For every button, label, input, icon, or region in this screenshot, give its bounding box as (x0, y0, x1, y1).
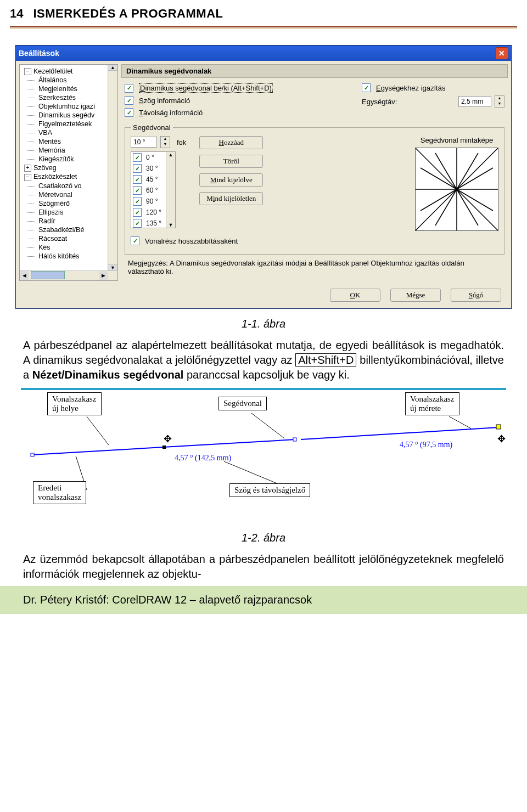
settings-dialog: Beállítások ✕ −KezelőfelületÁltalánosMeg… (15, 45, 512, 309)
svg-line-19 (251, 413, 284, 438)
titlebar[interactable]: Beállítások ✕ (16, 46, 511, 61)
tree-item[interactable]: Mentés (22, 137, 115, 146)
svg-rect-13 (496, 425, 501, 429)
tree-item[interactable]: Objektumhoz igazí (22, 102, 115, 111)
svg-text:4,57 °  (142,5 mm): 4,57 ° (142,5 mm) (175, 454, 232, 463)
svg-line-18 (87, 416, 109, 445)
btn-cancel[interactable]: Mégse (390, 289, 441, 302)
svg-text:✥: ✥ (497, 433, 506, 444)
chk-angleinfo[interactable] (125, 96, 133, 105)
svg-rect-9 (31, 453, 34, 456)
page-title: ISMERKEDÉS A PROGRAMMAL (33, 7, 223, 21)
fieldset-legend: Segédvonal (131, 123, 173, 132)
vscrollbar[interactable] (108, 65, 117, 270)
close-icon[interactable]: ✕ (495, 47, 508, 59)
btn-del[interactable]: Töröl (199, 155, 263, 168)
dialog-title: Beállítások (19, 49, 495, 58)
tree-item[interactable]: Rácsozat (22, 234, 115, 243)
chk-extend[interactable] (131, 236, 139, 245)
page-footer: Dr. Pétery Kristóf: CorelDRAW 12 – alapv… (0, 586, 527, 614)
angle-list[interactable]: 0 °30 °45 °60 °90 °120 °135 ° (131, 151, 176, 228)
tree-item[interactable]: −Kezelőfelület (22, 67, 115, 76)
rule-light (10, 28, 517, 29)
figure-2: ✥ ✥ 4,57 ° (142,5 mm) 4,57 ° (97,5 mm) V… (21, 388, 506, 523)
svg-line-20 (449, 416, 471, 428)
btn-selectnone[interactable]: Mind kijelöletlen (199, 192, 263, 205)
btn-ok[interactable]: OK (330, 289, 380, 302)
chk-distinfo[interactable] (125, 108, 133, 117)
fieldset-guides: Segédvonal 10 ° ▲▼ fok 0 °30 °45 °60 °90… (125, 123, 504, 255)
key-combo: Alt+Shift+D (295, 353, 356, 366)
tree-item[interactable]: Szerkesztés (22, 93, 115, 102)
input-degree[interactable]: 10 ° (131, 137, 157, 148)
rule-dark (10, 26, 517, 27)
callout-newsize: Vonalszakasz új mérete (405, 392, 459, 415)
chk-angle-item[interactable] (133, 208, 142, 217)
spin-gap[interactable]: ▲▼ (495, 95, 504, 108)
lbl-snapunits: Egységekhez igazítás (376, 84, 445, 92)
tree-item[interactable]: Figyelmeztetések (22, 120, 115, 128)
callout-original: Eredeti vonalszakasz (33, 481, 86, 504)
tree-item[interactable]: Általános (22, 76, 115, 84)
tree-item[interactable]: Szabadkézi/Bé (22, 225, 115, 234)
tree-item[interactable]: Csatlakozó vo (22, 182, 115, 190)
svg-text:4,57 °  (97,5 mm): 4,57 ° (97,5 mm) (400, 441, 453, 449)
chk-angle-item[interactable] (133, 219, 142, 228)
callout-newpos: Vonalszakasz új helye (47, 392, 102, 415)
tree-item[interactable]: Ellipszis (22, 208, 115, 217)
input-gap[interactable]: 2,5 mm (458, 96, 491, 107)
chk-snapunits[interactable] (362, 83, 371, 92)
tree-item[interactable]: Memória (22, 146, 115, 155)
tree-item[interactable]: Megjelenítés (22, 84, 115, 93)
callout-guide: Segédvonal (218, 397, 267, 410)
svg-line-12 (301, 427, 498, 439)
tree-item[interactable]: Kés (22, 243, 115, 252)
chk-angle-item[interactable] (133, 186, 142, 195)
tree-item[interactable]: Radír (22, 217, 115, 225)
svg-text:✥: ✥ (164, 433, 172, 444)
note: Megjegyzés: A Dinamikus segédvonalak iga… (125, 258, 504, 279)
chk-angle-item[interactable] (133, 197, 142, 206)
tree-item[interactable]: Kiegészítők (22, 155, 115, 163)
lbl-angleinfo: Szög információ (139, 97, 190, 105)
tree-item[interactable]: Méretvonal (22, 190, 115, 199)
tree-item[interactable]: +Szöveg (22, 163, 115, 172)
chk-angle-item[interactable] (133, 175, 142, 184)
spin-degree[interactable]: ▲▼ (160, 136, 170, 148)
svg-rect-11 (293, 438, 296, 441)
lbl-distinfo: Távolság információ (139, 109, 203, 117)
btn-help[interactable]: Súgó (451, 289, 501, 302)
lbl-extend: Vonalrész hosszabbításaként (145, 237, 238, 245)
chk-angle-item[interactable] (133, 164, 142, 173)
paragraph-2: Az üzemmód bekapcsolt állapotában a párb… (23, 552, 504, 582)
preview-label: Segédvonal mintaképe (415, 136, 498, 144)
hscrollbar[interactable] (20, 270, 117, 280)
tree-item[interactable]: Hálós kitöltés (22, 252, 115, 261)
tree-item[interactable]: Dinamikus segédv (22, 111, 115, 120)
chk-dynamic[interactable] (125, 84, 133, 93)
figure-2-caption: 1-2. ábra (0, 532, 527, 544)
tree-item[interactable]: VBA (22, 128, 115, 137)
tree-item[interactable]: −Eszközkészlet (22, 172, 115, 181)
paragraph-1: A párbeszédpanel az alapértelmezett beál… (23, 338, 504, 382)
svg-rect-10 (162, 446, 166, 449)
page-number: 14 (10, 7, 23, 21)
preview-box (415, 148, 498, 231)
btn-add[interactable]: Hozzáad (199, 136, 263, 149)
lbl-degree-unit: fok (177, 138, 186, 146)
lbl-gap: Egységtáv: (362, 98, 397, 106)
list-scroll[interactable] (166, 152, 175, 228)
pane-title: Dinamikus segédvonalak (121, 64, 508, 78)
lbl-dynamic: Dinamikus segédvonal be/ki (Alt+Shift+D) (139, 83, 273, 93)
chk-angle-item[interactable] (133, 153, 142, 162)
callout-angledist: Szög és távolságjelző (229, 483, 310, 497)
tree-item[interactable]: Szögmérő (22, 199, 115, 208)
figure-1-caption: 1-1. ábra (0, 318, 527, 330)
btn-selectall[interactable]: Mind kijelölve (199, 173, 263, 187)
tree-pane[interactable]: −KezelőfelületÁltalánosMegjelenítésSzerk… (19, 64, 118, 281)
